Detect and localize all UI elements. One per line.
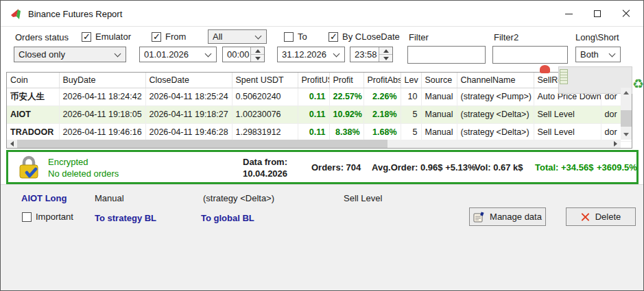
- from-checkbox[interactable]: From: [152, 31, 186, 42]
- checkbox-box: [152, 32, 161, 42]
- cell-profitusdt: 0.11: [298, 105, 329, 123]
- to-global-bl-link[interactable]: To global BL: [201, 213, 254, 223]
- cell-buydate: 2026-04-11 19:18:05: [59, 105, 145, 123]
- to-strategy-bl-link[interactable]: To strategy BL: [95, 213, 156, 223]
- orders-table: Coin BuyDate CloseDate Spent USDT Profit…: [6, 72, 632, 149]
- cell-closedate: 2026-04-11 18:25:24: [145, 88, 232, 105]
- col-header-source[interactable]: Source: [421, 73, 457, 88]
- to-date-value: 31.12.2026: [282, 49, 331, 60]
- filter-toolbar: Orders status Emulator From All To By CL…: [1, 27, 643, 71]
- longshort-value: Both: [580, 49, 607, 60]
- spinner-buttons[interactable]: [379, 47, 392, 62]
- col-header-spent[interactable]: Spent USDT: [232, 73, 298, 88]
- spin-up-icon: [383, 49, 389, 53]
- emulator-checkbox[interactable]: Emulator: [82, 31, 131, 42]
- to-label: To: [298, 31, 307, 42]
- spin-down-icon: [255, 57, 261, 60]
- refresh-icon[interactable]: ♻: [632, 76, 644, 92]
- lock-icon: [16, 155, 41, 181]
- col-header-buydate[interactable]: BuyDate: [59, 73, 145, 88]
- cell-channelname: (strategy <Delta>): [457, 123, 534, 141]
- col-header-profit[interactable]: Profit: [329, 73, 363, 88]
- summary-bar: Encrypted No deleted orders Data from: 1…: [6, 150, 639, 184]
- encrypted-status: Encrypted: [48, 156, 119, 168]
- cell-coin: TRADOOR: [7, 123, 59, 141]
- to-time-spinner[interactable]: 23:58: [350, 47, 393, 62]
- range-select[interactable]: All: [208, 29, 267, 44]
- checkbox-box: [82, 32, 91, 42]
- to-checkbox[interactable]: To: [284, 31, 307, 42]
- delete-label: Delete: [595, 212, 621, 222]
- orders-status-select[interactable]: Closed only: [14, 47, 126, 62]
- manage-data-button[interactable]: Manage data: [469, 207, 546, 226]
- important-checkbox[interactable]: Important: [22, 212, 73, 222]
- vertical-scrollbar[interactable]: [621, 88, 632, 140]
- filter-input[interactable]: [407, 46, 486, 64]
- col-header-profitabs[interactable]: ProfitAbs: [363, 73, 401, 88]
- longshort-label: Long\Short: [575, 32, 619, 42]
- cell-spent: 1.29831912: [232, 123, 298, 141]
- cell-source: Manual: [421, 88, 457, 105]
- col-header-lev[interactable]: Lev: [401, 73, 421, 88]
- col-header-closedate[interactable]: CloseDate: [145, 73, 232, 88]
- selected-order-title: AIOT Long: [21, 193, 67, 203]
- scroll-down-icon: [623, 133, 629, 136]
- cell-closedate: 2026-04-11 19:46:28: [145, 123, 232, 141]
- minimize-button[interactable]: [554, 1, 583, 27]
- maximize-icon: [594, 10, 601, 17]
- cell-buydate: 2026-04-11 19:46:16: [59, 123, 145, 141]
- cell-profitabs: 1.68%: [363, 123, 401, 141]
- cell-profitusdt: 0.11: [298, 88, 329, 105]
- orders-count: Orders: 704: [311, 162, 361, 173]
- by-closedate-checkbox[interactable]: By CLoseDate: [329, 31, 400, 42]
- col-header-coin[interactable]: Coin: [7, 73, 59, 88]
- by-closedate-label: By CLoseDate: [342, 31, 400, 42]
- cell-channelname: (strategy <Pump>): [457, 88, 534, 105]
- filter2-input[interactable]: [492, 46, 568, 64]
- form-edit-icon: [473, 212, 484, 223]
- from-time-spinner[interactable]: 00:00: [222, 47, 265, 62]
- scrollbar-thumb[interactable]: [621, 110, 632, 127]
- avg-order-stat: Avg.Order: 0.96$ +5.13%: [372, 162, 476, 173]
- chevron-down-icon: [115, 50, 121, 57]
- from-label: From: [165, 31, 186, 42]
- cell-lev: 5: [401, 123, 421, 141]
- from-time-value: 00:00: [223, 47, 250, 62]
- data-from-value: 10.04.2026: [243, 168, 287, 179]
- from-date-value: 01.01.2026: [144, 49, 203, 60]
- delete-button[interactable]: Delete: [566, 207, 636, 226]
- maximize-button[interactable]: [583, 1, 612, 27]
- table-row[interactable]: 币安人生 2026-04-11 18:24:42 2026-04-11 18:2…: [7, 88, 632, 105]
- cell-lev: 10: [401, 88, 421, 105]
- cell-source: Manual: [421, 105, 457, 123]
- data-from-label: Data from:: [243, 156, 287, 168]
- no-deleted-status: No deleted orders: [48, 168, 119, 179]
- minimize-icon: [565, 14, 573, 14]
- cell-profitabs: 2.26%: [363, 88, 401, 105]
- longshort-select[interactable]: Both: [575, 47, 621, 62]
- close-button[interactable]: [612, 1, 641, 27]
- chevron-down-icon: [255, 32, 262, 39]
- col-header-profitusdt[interactable]: ProfitUSDT: [298, 73, 329, 88]
- volume-stat: Vol: 0.67 k$: [475, 162, 523, 173]
- spinner-buttons[interactable]: [250, 47, 264, 62]
- scrollbar-thumb[interactable]: [17, 140, 387, 148]
- table-row-selected[interactable]: AIOT 2026-04-11 19:18:05 2026-04-11 19:1…: [7, 105, 632, 123]
- detail-sell-reason: Sell Level: [344, 193, 382, 203]
- cell-profitusdt: 0.11: [298, 123, 329, 141]
- from-date-select[interactable]: 01.01.2026: [139, 47, 217, 62]
- manage-data-label: Manage data: [490, 212, 542, 222]
- detail-channel: (strategy <Delta>): [203, 193, 274, 203]
- detail-source: Manual: [95, 193, 124, 203]
- total-percent-stat: +3609.5%: [597, 162, 637, 173]
- cell-channelname: (strategy <Delta>): [457, 105, 534, 123]
- chevron-down-icon: [205, 50, 212, 57]
- cell-spent: 1.00230076: [232, 105, 298, 123]
- cell-profitabs: 2.18%: [363, 105, 401, 123]
- to-date-select[interactable]: 31.12.2026: [277, 47, 345, 62]
- table-row[interactable]: TRADOOR 2026-04-11 19:46:16 2026-04-11 1…: [7, 123, 632, 141]
- cell-buydate: 2026-04-11 18:24:42: [59, 88, 145, 105]
- col-header-channelname[interactable]: ChannelName: [457, 73, 534, 88]
- horizontal-scrollbar[interactable]: [7, 140, 621, 148]
- cell-coin: 币安人生: [7, 88, 59, 105]
